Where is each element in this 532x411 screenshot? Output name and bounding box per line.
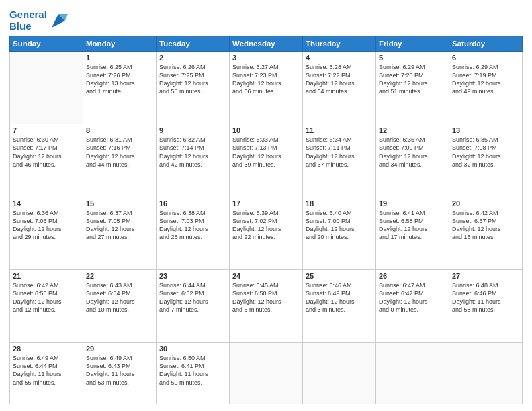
calendar-cell: [376, 342, 449, 404]
week-row-4: 21Sunrise: 6:42 AM Sunset: 6:55 PM Dayli…: [10, 269, 523, 342]
weekday-header-wednesday: Wednesday: [230, 36, 303, 52]
day-number: 20: [452, 199, 519, 208]
calendar-cell: 2Sunrise: 6:26 AM Sunset: 7:25 PM Daylig…: [157, 52, 230, 124]
calendar-cell: 6Sunrise: 6:29 AM Sunset: 7:19 PM Daylig…: [449, 52, 523, 124]
cell-text: Sunrise: 6:40 AM Sunset: 7:00 PM Dayligh…: [306, 209, 373, 242]
weekday-header-friday: Friday: [376, 36, 449, 52]
day-number: 27: [452, 272, 519, 280]
page: General Blue SundayMondayTuesdayWednesda…: [0, 0, 532, 411]
day-number: 26: [379, 272, 446, 280]
day-number: 15: [86, 199, 153, 208]
day-number: 8: [86, 126, 153, 134]
calendar-cell: 9Sunrise: 6:32 AM Sunset: 7:14 PM Daylig…: [157, 124, 230, 197]
day-number: 28: [13, 345, 80, 353]
calendar-cell: 28Sunrise: 6:49 AM Sunset: 6:44 PM Dayli…: [10, 342, 83, 404]
cell-text: Sunrise: 6:38 AM Sunset: 7:03 PM Dayligh…: [159, 209, 226, 242]
day-number: 7: [13, 126, 80, 134]
cell-text: Sunrise: 6:45 AM Sunset: 6:50 PM Dayligh…: [232, 281, 300, 314]
day-number: 30: [159, 345, 226, 353]
calendar-cell: 13Sunrise: 6:35 AM Sunset: 7:08 PM Dayli…: [449, 124, 523, 197]
day-number: 3: [232, 54, 300, 62]
calendar-cell: 1Sunrise: 6:25 AM Sunset: 7:26 PM Daylig…: [83, 52, 157, 124]
calendar-cell: [230, 342, 303, 404]
cell-text: Sunrise: 6:42 AM Sunset: 6:57 PM Dayligh…: [452, 209, 519, 242]
calendar-cell: [10, 52, 83, 124]
day-number: 10: [232, 126, 300, 134]
cell-text: Sunrise: 6:30 AM Sunset: 7:17 PM Dayligh…: [13, 136, 80, 169]
day-number: 9: [159, 126, 226, 134]
cell-text: Sunrise: 6:42 AM Sunset: 6:55 PM Dayligh…: [13, 281, 80, 314]
day-number: 18: [306, 199, 373, 208]
logo-text: General Blue: [9, 9, 47, 32]
weekday-header-saturday: Saturday: [449, 36, 523, 52]
cell-text: Sunrise: 6:33 AM Sunset: 7:13 PM Dayligh…: [232, 136, 300, 169]
cell-text: Sunrise: 6:44 AM Sunset: 6:52 PM Dayligh…: [159, 281, 226, 314]
calendar-cell: 24Sunrise: 6:45 AM Sunset: 6:50 PM Dayli…: [230, 269, 303, 342]
calendar-cell: 30Sunrise: 6:50 AM Sunset: 6:41 PM Dayli…: [157, 342, 230, 404]
day-number: 25: [306, 272, 373, 280]
calendar-table: SundayMondayTuesdayWednesdayThursdayFrid…: [9, 36, 523, 404]
day-number: 19: [379, 199, 446, 208]
cell-text: Sunrise: 6:36 AM Sunset: 7:06 PM Dayligh…: [13, 209, 80, 242]
calendar-cell: 11Sunrise: 6:34 AM Sunset: 7:11 PM Dayli…: [303, 124, 376, 197]
week-row-5: 28Sunrise: 6:49 AM Sunset: 6:44 PM Dayli…: [10, 342, 523, 404]
cell-text: Sunrise: 6:31 AM Sunset: 7:16 PM Dayligh…: [86, 136, 153, 169]
calendar-cell: 12Sunrise: 6:35 AM Sunset: 7:09 PM Dayli…: [376, 124, 449, 197]
weekday-header-row: SundayMondayTuesdayWednesdayThursdayFrid…: [10, 36, 523, 52]
day-number: 22: [86, 272, 153, 280]
logo: General Blue: [9, 9, 68, 32]
calendar-cell: 22Sunrise: 6:43 AM Sunset: 6:54 PM Dayli…: [83, 269, 157, 342]
cell-text: Sunrise: 6:27 AM Sunset: 7:23 PM Dayligh…: [232, 63, 300, 96]
calendar-cell: 26Sunrise: 6:47 AM Sunset: 6:47 PM Dayli…: [376, 269, 449, 342]
weekday-header-sunday: Sunday: [10, 36, 83, 52]
cell-text: Sunrise: 6:50 AM Sunset: 6:41 PM Dayligh…: [159, 354, 226, 387]
calendar-cell: 19Sunrise: 6:41 AM Sunset: 6:58 PM Dayli…: [376, 197, 449, 269]
cell-text: Sunrise: 6:25 AM Sunset: 7:26 PM Dayligh…: [86, 63, 153, 96]
weekday-header-thursday: Thursday: [303, 36, 376, 52]
calendar-cell: 20Sunrise: 6:42 AM Sunset: 6:57 PM Dayli…: [449, 197, 523, 269]
week-row-2: 7Sunrise: 6:30 AM Sunset: 7:17 PM Daylig…: [10, 124, 523, 197]
cell-text: Sunrise: 6:32 AM Sunset: 7:14 PM Dayligh…: [159, 136, 226, 169]
calendar-cell: [303, 342, 376, 404]
calendar-cell: 29Sunrise: 6:49 AM Sunset: 6:43 PM Dayli…: [83, 342, 157, 404]
calendar-cell: 8Sunrise: 6:31 AM Sunset: 7:16 PM Daylig…: [83, 124, 157, 197]
cell-text: Sunrise: 6:49 AM Sunset: 6:43 PM Dayligh…: [86, 354, 153, 387]
calendar-cell: 4Sunrise: 6:28 AM Sunset: 7:22 PM Daylig…: [303, 52, 376, 124]
calendar-cell: 18Sunrise: 6:40 AM Sunset: 7:00 PM Dayli…: [303, 197, 376, 269]
cell-text: Sunrise: 6:37 AM Sunset: 7:05 PM Dayligh…: [86, 209, 153, 242]
day-number: 24: [232, 272, 300, 280]
calendar-cell: 21Sunrise: 6:42 AM Sunset: 6:55 PM Dayli…: [10, 269, 83, 342]
calendar-cell: 17Sunrise: 6:39 AM Sunset: 7:02 PM Dayli…: [230, 197, 303, 269]
day-number: 16: [159, 199, 226, 208]
cell-text: Sunrise: 6:47 AM Sunset: 6:47 PM Dayligh…: [379, 281, 446, 314]
calendar-cell: 23Sunrise: 6:44 AM Sunset: 6:52 PM Dayli…: [157, 269, 230, 342]
cell-text: Sunrise: 6:34 AM Sunset: 7:11 PM Dayligh…: [306, 136, 373, 169]
day-number: 13: [452, 126, 519, 134]
cell-text: Sunrise: 6:29 AM Sunset: 7:20 PM Dayligh…: [379, 63, 446, 96]
cell-text: Sunrise: 6:49 AM Sunset: 6:44 PM Dayligh…: [13, 354, 80, 387]
day-number: 5: [379, 54, 446, 62]
day-number: 4: [306, 54, 373, 62]
cell-text: Sunrise: 6:41 AM Sunset: 6:58 PM Dayligh…: [379, 209, 446, 242]
cell-text: Sunrise: 6:28 AM Sunset: 7:22 PM Dayligh…: [306, 63, 373, 96]
calendar-cell: 10Sunrise: 6:33 AM Sunset: 7:13 PM Dayli…: [230, 124, 303, 197]
cell-text: Sunrise: 6:35 AM Sunset: 7:08 PM Dayligh…: [452, 136, 519, 169]
weekday-header-monday: Monday: [83, 36, 157, 52]
cell-text: Sunrise: 6:26 AM Sunset: 7:25 PM Dayligh…: [159, 63, 226, 96]
cell-text: Sunrise: 6:48 AM Sunset: 6:46 PM Dayligh…: [452, 281, 519, 314]
day-number: 2: [159, 54, 226, 62]
day-number: 1: [86, 54, 153, 62]
day-number: 6: [452, 54, 519, 62]
day-number: 29: [86, 345, 153, 353]
calendar-cell: 5Sunrise: 6:29 AM Sunset: 7:20 PM Daylig…: [376, 52, 449, 124]
calendar-cell: 16Sunrise: 6:38 AM Sunset: 7:03 PM Dayli…: [157, 197, 230, 269]
calendar-cell: 25Sunrise: 6:46 AM Sunset: 6:49 PM Dayli…: [303, 269, 376, 342]
cell-text: Sunrise: 6:35 AM Sunset: 7:09 PM Dayligh…: [379, 136, 446, 169]
logo-icon: [49, 11, 68, 30]
day-number: 11: [306, 126, 373, 134]
day-number: 21: [13, 272, 80, 280]
header: General Blue: [9, 7, 523, 32]
day-number: 23: [159, 272, 226, 280]
day-number: 12: [379, 126, 446, 134]
calendar-cell: 7Sunrise: 6:30 AM Sunset: 7:17 PM Daylig…: [10, 124, 83, 197]
